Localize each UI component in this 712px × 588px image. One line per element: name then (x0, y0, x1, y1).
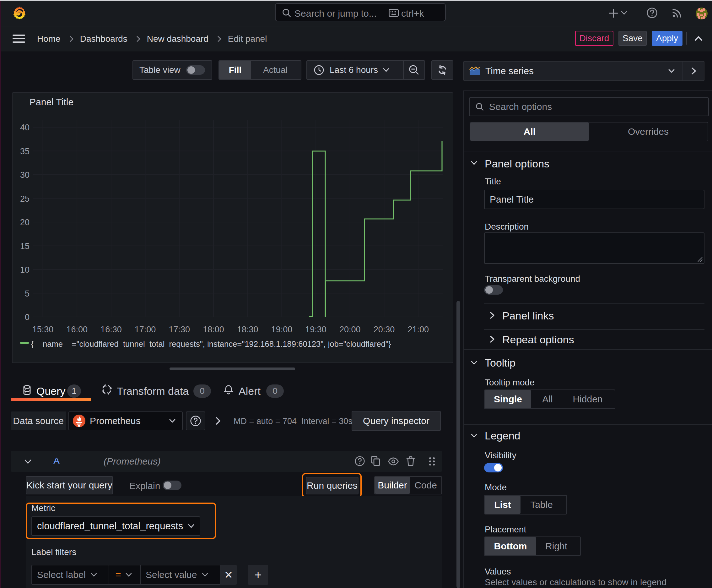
svg-text:21:00: 21:00 (408, 325, 429, 334)
svg-text:0: 0 (25, 313, 29, 322)
svg-text:20:00: 20:00 (339, 325, 361, 334)
svg-text:30: 30 (20, 170, 29, 180)
svg-text:19:30: 19:30 (305, 325, 326, 334)
svg-text:17:30: 17:30 (169, 325, 190, 334)
svg-text:19:00: 19:00 (271, 325, 293, 334)
svg-text:35: 35 (20, 147, 29, 156)
svg-text:18:30: 18:30 (237, 325, 258, 334)
svg-text:16:30: 16:30 (101, 325, 122, 334)
svg-text:16:00: 16:00 (66, 325, 88, 334)
svg-text:{__name__="cloudflared_tunnel_: {__name__="cloudflared_tunnel_total_requ… (31, 339, 391, 348)
svg-text:40: 40 (20, 123, 29, 132)
svg-text:20: 20 (20, 218, 29, 227)
svg-text:15:30: 15:30 (33, 325, 54, 334)
svg-text:20:30: 20:30 (373, 325, 395, 334)
svg-text:25: 25 (20, 194, 29, 204)
svg-text:17:00: 17:00 (135, 325, 156, 334)
svg-text:18:00: 18:00 (203, 325, 224, 334)
svg-text:15: 15 (20, 241, 29, 251)
svg-text:10: 10 (20, 265, 29, 275)
svg-text:5: 5 (25, 289, 29, 298)
